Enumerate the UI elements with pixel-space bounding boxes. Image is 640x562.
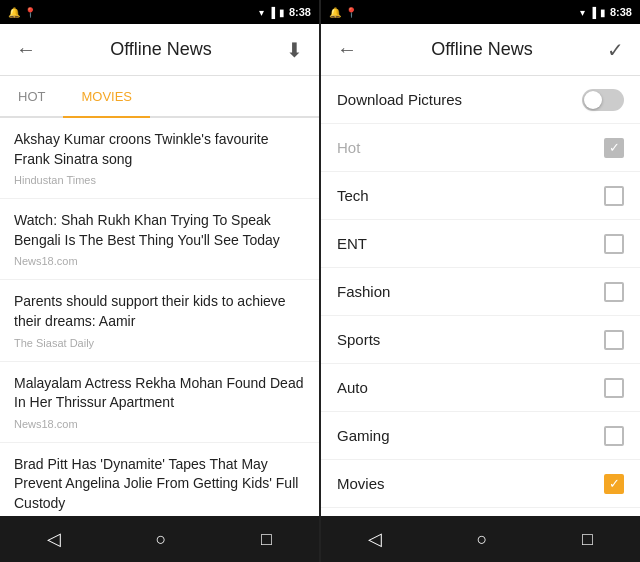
category-row-ent[interactable]: ENT: [321, 220, 640, 268]
download-pictures-toggle[interactable]: [582, 89, 624, 111]
category-label-auto: Auto: [337, 379, 604, 396]
category-row-hot[interactable]: Hot✓: [321, 124, 640, 172]
right-status-left: 🔔 📍: [329, 7, 357, 18]
category-label-hot: Hot: [337, 139, 604, 156]
right-status-bar: 🔔 📍 ▾ ▐ ▮ 8:38: [321, 0, 640, 24]
checkbox-auto[interactable]: [604, 378, 624, 398]
category-label-gaming: Gaming: [337, 427, 604, 444]
news-item[interactable]: Akshay Kumar croons Twinkle's favourite …: [0, 118, 319, 199]
category-row-auto[interactable]: Auto: [321, 364, 640, 412]
right-wifi-icon: ▾: [580, 7, 585, 18]
news-item[interactable]: Brad Pitt Has 'Dynamite' Tapes That May …: [0, 443, 319, 516]
back-nav-icon[interactable]: ◁: [47, 528, 61, 550]
category-row-movies[interactable]: Movies✓: [321, 460, 640, 508]
news-source: News18.com: [14, 418, 305, 430]
right-notification-icon: 🔔: [329, 7, 341, 18]
news-item[interactable]: Watch: Shah Rukh Khan Trying To Speak Be…: [0, 199, 319, 280]
news-title: Brad Pitt Has 'Dynamite' Tapes That May …: [14, 455, 305, 514]
category-label-ent: ENT: [337, 235, 604, 252]
news-title: Akshay Kumar croons Twinkle's favourite …: [14, 130, 305, 169]
right-time: 8:38: [610, 6, 632, 18]
right-status-icons: ▾ ▐ ▮ 8:38: [259, 6, 311, 18]
left-bottom-nav: ◁ ○ □: [0, 516, 319, 562]
category-row-gaming[interactable]: Gaming: [321, 412, 640, 460]
left-panel: 🔔 📍 ▾ ▐ ▮ 8:38 ← Offline News ⬇ Hot Movi…: [0, 0, 319, 562]
news-item[interactable]: Malayalam Actress Rekha Mohan Found Dead…: [0, 362, 319, 443]
checkbox-fashion[interactable]: [604, 282, 624, 302]
checkbox-movies[interactable]: ✓: [604, 474, 624, 494]
left-app-title: Offline News: [40, 39, 282, 60]
category-row-fashion[interactable]: Fashion: [321, 268, 640, 316]
download-pictures-label: Download Pictures: [337, 91, 582, 108]
left-back-button[interactable]: ←: [12, 34, 40, 65]
checkbox-ent[interactable]: [604, 234, 624, 254]
download-button[interactable]: ⬇: [282, 34, 307, 66]
left-status-bar: 🔔 📍 ▾ ▐ ▮ 8:38: [0, 0, 319, 24]
news-title: Watch: Shah Rukh Khan Trying To Speak Be…: [14, 211, 305, 250]
category-row-tech[interactable]: Tech: [321, 172, 640, 220]
location-icon: 📍: [24, 7, 36, 18]
right-bottom-nav: ◁ ○ □: [321, 516, 640, 562]
left-app-bar: ← Offline News ⬇: [0, 24, 319, 76]
checkbox-hot[interactable]: ✓: [604, 138, 624, 158]
tabs-bar: Hot Movies: [0, 76, 319, 118]
confirm-button[interactable]: ✓: [603, 34, 628, 66]
right-app-bar: ← Offline News ✓: [321, 24, 640, 76]
right-recents-nav-icon[interactable]: □: [582, 529, 593, 550]
battery-icon: ▮: [279, 7, 285, 18]
checkbox-tech[interactable]: [604, 186, 624, 206]
category-label-movies: Movies: [337, 475, 604, 492]
right-app-title: Offline News: [361, 39, 603, 60]
category-row-food[interactable]: Food: [321, 508, 640, 516]
notification-icon: 🔔: [8, 7, 20, 18]
home-nav-icon[interactable]: ○: [156, 529, 167, 550]
settings-list: Download Pictures Hot✓TechENTFashionSpor…: [321, 76, 640, 516]
category-label-fashion: Fashion: [337, 283, 604, 300]
checkbox-sports[interactable]: [604, 330, 624, 350]
category-row-sports[interactable]: Sports: [321, 316, 640, 364]
right-status-right: ▾ ▐ ▮ 8:38: [580, 6, 632, 18]
wifi-icon: ▾: [259, 7, 264, 18]
category-label-sports: Sports: [337, 331, 604, 348]
download-pictures-row: Download Pictures: [321, 76, 640, 124]
right-battery-icon: ▮: [600, 7, 606, 18]
news-source: Hindustan Times: [14, 174, 305, 186]
left-status-icons: 🔔 📍: [8, 7, 36, 18]
tab-hot[interactable]: Hot: [0, 76, 63, 118]
left-time: 8:38: [289, 6, 311, 18]
tab-movies[interactable]: Movies: [63, 76, 150, 118]
right-signal-icon: ▐: [589, 7, 596, 18]
toggle-knob: [584, 91, 602, 109]
news-source: The Siasat Daily: [14, 337, 305, 349]
right-back-nav-icon[interactable]: ◁: [368, 528, 382, 550]
right-back-button[interactable]: ←: [333, 34, 361, 65]
category-label-tech: Tech: [337, 187, 604, 204]
news-title: Parents should support their kids to ach…: [14, 292, 305, 331]
news-source: News18.com: [14, 255, 305, 267]
recents-nav-icon[interactable]: □: [261, 529, 272, 550]
news-title: Malayalam Actress Rekha Mohan Found Dead…: [14, 374, 305, 413]
news-list[interactable]: Akshay Kumar croons Twinkle's favourite …: [0, 118, 319, 516]
checkbox-gaming[interactable]: [604, 426, 624, 446]
right-home-nav-icon[interactable]: ○: [477, 529, 488, 550]
right-location-icon: 📍: [345, 7, 357, 18]
right-panel: 🔔 📍 ▾ ▐ ▮ 8:38 ← Offline News ✓ Download…: [321, 0, 640, 562]
news-item[interactable]: Parents should support their kids to ach…: [0, 280, 319, 361]
signal-icon: ▐: [268, 7, 275, 18]
